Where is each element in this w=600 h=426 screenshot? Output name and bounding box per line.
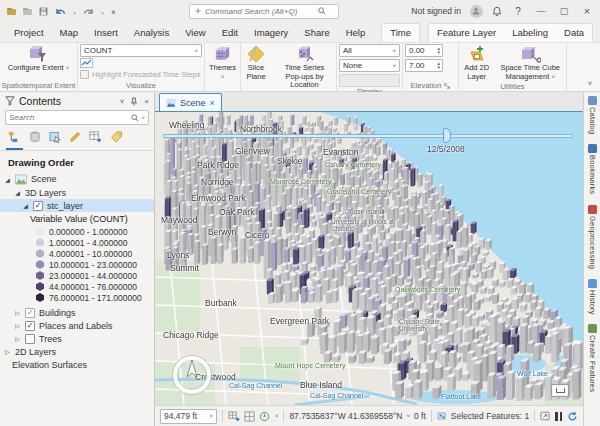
legend-symbol[interactable] xyxy=(36,260,44,269)
tree-item-3d-layers[interactable]: ◢ 3D Layers xyxy=(0,186,154,199)
expander-icon[interactable]: ▷ xyxy=(14,335,21,342)
tab-list-by-data-source[interactable] xyxy=(27,129,43,150)
tree-item-buildings[interactable]: ▷ ✓ Buildings xyxy=(0,306,154,319)
time-series-chart-icon[interactable] xyxy=(80,58,93,68)
legend-class-row[interactable]: 76.000001 - 171.000000 xyxy=(0,292,154,303)
expander-icon[interactable]: ▷ xyxy=(4,348,11,355)
legend-symbol[interactable] xyxy=(36,271,44,280)
command-search[interactable] xyxy=(189,4,339,19)
selected-features[interactable]: Selected Features: 1 xyxy=(437,411,529,421)
legend-class-row[interactable]: 44.000001 - 76.000000 xyxy=(0,281,154,292)
coordinates-readout[interactable]: 87.7535837°W 41.6369558°N ˅ 0 ft xyxy=(289,411,425,421)
pane-close-icon[interactable]: × xyxy=(144,97,149,106)
legend-symbol[interactable] xyxy=(36,282,44,291)
customize-qat-icon[interactable]: ⌅ xyxy=(110,7,117,16)
compass-navigator[interactable] xyxy=(169,352,215,398)
overview-icon[interactable] xyxy=(540,411,550,421)
stc-layer-checkbox[interactable]: ✓ xyxy=(33,201,43,211)
navigator-toggle-icon[interactable] xyxy=(259,411,271,422)
tab-time[interactable]: Time xyxy=(382,24,419,42)
scene-view-tab[interactable]: Scene × xyxy=(159,93,222,111)
legend-class-row[interactable]: 10.000001 - 23.000000 xyxy=(0,259,154,270)
scene-view-canvas[interactable] xyxy=(155,112,583,405)
tab-data[interactable]: Data xyxy=(556,24,592,42)
undo-dropdown-chevron[interactable]: ⌄ xyxy=(72,8,77,15)
tab-imagery[interactable]: Imagery xyxy=(246,24,296,42)
stc-management-button[interactable]: Space Time Cube Management ˅ xyxy=(496,44,564,82)
filter-icon[interactable] xyxy=(5,96,15,106)
expander-icon[interactable]: ◢ xyxy=(22,202,29,209)
tab-list-by-drawing-order[interactable] xyxy=(6,129,23,150)
legend-class-row[interactable]: 1.000001 - 4.000000 xyxy=(0,237,154,248)
legend-symbol[interactable] xyxy=(36,293,44,302)
ribbon-collapse-chevron[interactable]: ˅ xyxy=(580,76,600,91)
close-button[interactable]: × xyxy=(580,5,594,17)
tab-project[interactable]: Project xyxy=(6,24,52,42)
redo-dropdown-chevron[interactable]: ⌄ xyxy=(100,8,105,15)
highlight-forecasted-checkbox[interactable]: Highlight Forecasted Time Steps xyxy=(80,70,202,79)
tree-item-places-labels[interactable]: ▷ ✓ Places and Labels xyxy=(0,319,154,332)
tab-help[interactable]: Help xyxy=(338,24,374,42)
time-series-popups-button[interactable]: Time Series Pop-ups by Location xyxy=(275,44,334,91)
tab-list-by-snapping[interactable] xyxy=(87,129,104,150)
themes-button[interactable]: Themes ˅ xyxy=(206,44,239,82)
signin-status[interactable]: Not signed in xyxy=(411,6,461,16)
dock-tab-catalog[interactable]: Catalog xyxy=(588,96,597,134)
tab-share[interactable]: Share xyxy=(296,24,337,42)
expander-icon[interactable]: ▷ xyxy=(14,309,21,316)
dock-tab-bookmarks[interactable]: Bookmarks xyxy=(588,144,597,194)
account-avatar[interactable] xyxy=(470,5,483,18)
time-slider-handle[interactable] xyxy=(443,128,451,143)
places-labels-checkbox[interactable]: ✓ xyxy=(25,321,35,331)
tab-view[interactable]: View xyxy=(177,24,213,42)
slice-plane-button[interactable]: Slice Plane xyxy=(243,44,269,82)
redo-button[interactable] xyxy=(82,6,95,17)
tab-insert[interactable]: Insert xyxy=(86,24,126,42)
add-2d-layer-button[interactable]: Add 2D Layer xyxy=(461,44,492,82)
display-dropdown-all[interactable]: All˅ xyxy=(339,44,400,57)
pane-menu-chevron[interactable]: ˅ xyxy=(120,97,125,106)
minimize-button[interactable]: — xyxy=(534,6,548,16)
configure-extent-button[interactable]: Configure Extent ˅ xyxy=(5,44,72,74)
tab-edit[interactable]: Edit xyxy=(214,24,246,42)
dock-tab-create-features[interactable]: Create Features xyxy=(588,324,597,392)
legend-class-row[interactable]: 0.000000 - 1.000000 xyxy=(0,226,154,237)
dock-tab-geoprocessing[interactable]: Geoprocessing xyxy=(588,205,597,269)
tree-item-stc-layer[interactable]: ◢ ✓ stc_layer xyxy=(0,199,154,212)
elevation-dialog-launcher-icon[interactable] xyxy=(444,83,450,89)
elevation-exaggeration-spinner[interactable]: 7.00▲▼ xyxy=(405,59,443,72)
navigator-chevron[interactable]: ˅ xyxy=(275,413,279,419)
legend-class-row[interactable]: 23.000001 - 44.000000 xyxy=(0,270,154,281)
new-project-icon[interactable] xyxy=(22,6,33,17)
scale-dropdown[interactable]: 94,479 ft˅ xyxy=(160,409,217,424)
buildings-checkbox[interactable]: ✓ xyxy=(25,308,35,318)
tree-item-elevation-surfaces[interactable]: Elevation Surfaces xyxy=(0,358,154,371)
refresh-icon[interactable] xyxy=(567,411,578,422)
help-button[interactable]: ? xyxy=(511,6,525,17)
elevation-offset-spinner[interactable]: 0.00▲▼ xyxy=(405,44,443,57)
time-slider-track[interactable] xyxy=(163,134,573,138)
grid-add-icon[interactable] xyxy=(228,411,240,422)
legend-symbol[interactable] xyxy=(36,238,44,247)
expander-icon[interactable]: ▷ xyxy=(14,322,21,329)
scene-tab-close-icon[interactable]: × xyxy=(210,98,215,108)
save-project-icon[interactable] xyxy=(38,6,49,17)
contents-search-box[interactable]: ˅ xyxy=(5,110,149,125)
tab-analysis[interactable]: Analysis xyxy=(126,24,177,42)
tab-labeling[interactable]: Labeling xyxy=(504,24,556,42)
tab-list-by-editing[interactable] xyxy=(67,129,83,150)
maximize-button[interactable]: ▢ xyxy=(557,6,571,16)
tree-item-trees[interactable]: ▷ Trees xyxy=(0,332,154,345)
search-options-chevron[interactable]: ˅ xyxy=(141,115,145,121)
pause-drawing-button[interactable] xyxy=(555,412,562,421)
dock-tab-history[interactable]: History xyxy=(588,279,597,315)
trees-checkbox[interactable] xyxy=(25,334,35,344)
tab-list-by-selection[interactable] xyxy=(47,129,63,150)
north-arrow-icon[interactable] xyxy=(187,360,197,377)
open-project-icon[interactable] xyxy=(6,6,17,17)
variable-dropdown[interactable]: COUNT˅ xyxy=(80,44,202,57)
legend-symbol[interactable] xyxy=(36,249,44,258)
expander-icon[interactable]: ◢ xyxy=(4,176,11,183)
tree-item-scene[interactable]: ◢ Scene xyxy=(0,172,154,186)
display-dropdown-none[interactable]: None˅ xyxy=(339,59,400,72)
